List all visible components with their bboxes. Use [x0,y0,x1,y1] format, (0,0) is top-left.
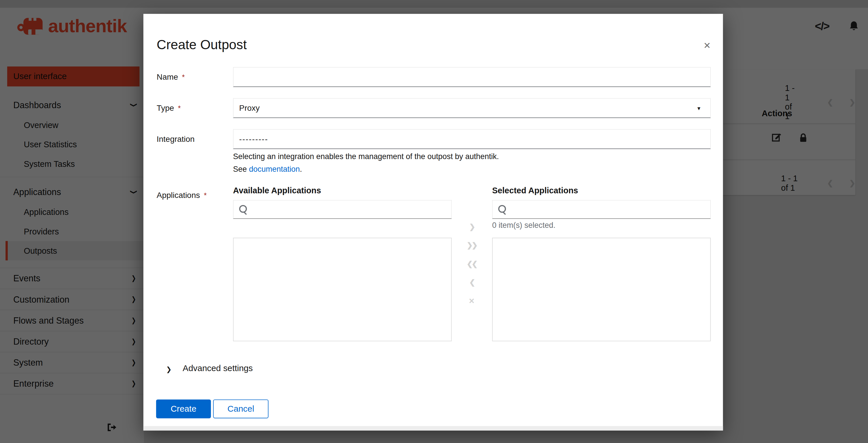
integration-select[interactable]: --------- [233,129,711,149]
documentation-link[interactable]: documentation [249,165,300,174]
name-input[interactable] [233,67,711,87]
chevron-right-icon: ❯ [166,365,172,374]
caret-down-icon: ▼ [696,106,701,111]
integration-help: Selecting an integration enables the man… [233,150,499,176]
create-outpost-modal: Create Outpost ✕ Name* Type* Proxy ▼ Int… [144,14,723,430]
remove-selected-button[interactable]: ✕ [462,297,481,305]
required-asterisk: * [204,191,207,199]
close-icon[interactable]: ✕ [703,40,711,51]
available-applications-list[interactable] [233,238,452,341]
required-asterisk: * [182,73,185,81]
screen: </> authentik User interf [0,0,868,443]
move-selected-right-button[interactable]: ❯ [462,223,481,231]
required-asterisk: * [178,104,181,113]
selected-search-input[interactable] [492,200,711,218]
integration-help-line2: See documentation. [233,163,499,175]
label-text: Type [157,104,174,113]
move-all-right-button[interactable]: ❯❯ [462,241,481,249]
type-selected-value: Proxy [239,104,259,113]
integration-help-line1: Selecting an integration enables the man… [233,150,499,163]
label-text: Integration [157,135,194,144]
name-label: Name* [157,72,185,81]
available-search-input[interactable] [233,200,452,218]
modal-footer-strip [144,426,723,430]
type-select[interactable]: Proxy ▼ [233,98,711,118]
available-applications-title: Available Applications [233,185,321,195]
selected-applications-title: Selected Applications [492,185,578,195]
help-see: See [233,165,249,174]
move-selected-left-button[interactable]: ❮ [462,278,481,287]
label-text: Name [157,72,178,81]
integration-selected-value: --------- [239,135,268,144]
help-period: . [300,165,302,174]
move-all-left-button[interactable]: ❮❮ [462,260,481,268]
integration-label: Integration [157,135,194,144]
modal-title: Create Outpost [157,37,247,53]
selected-applications-list[interactable] [492,238,711,341]
search-icon [498,205,506,213]
search-icon [239,205,247,213]
advanced-settings-toggle[interactable]: Advanced settings [183,363,253,374]
applications-label: Applications* [157,191,207,200]
selected-count: 0 item(s) selected. [492,220,555,230]
label-text: Applications [157,191,200,200]
type-label: Type* [157,104,181,113]
cancel-button[interactable]: Cancel [213,400,269,418]
create-button[interactable]: Create [156,400,211,418]
